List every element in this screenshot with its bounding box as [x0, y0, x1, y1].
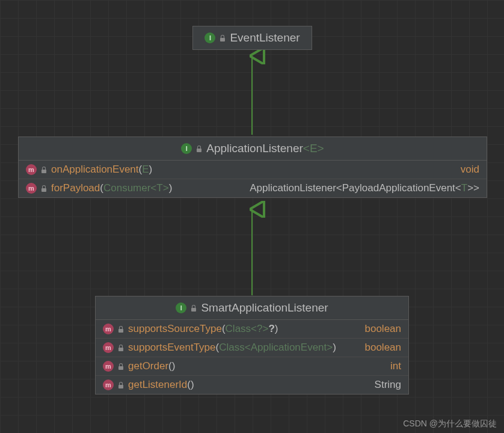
- class-node-eventlistener[interactable]: EventListener: [192, 26, 312, 50]
- interface-icon: [181, 143, 192, 154]
- method-signature: forPayload(Consumer<T>): [51, 182, 172, 194]
- interface-icon: [204, 32, 215, 43]
- lock-icon: [40, 185, 48, 192]
- method-row: supportsEventType(Class<ApplicationEvent…: [96, 338, 408, 357]
- method-icon: [103, 342, 114, 353]
- class-node-applicationlistener[interactable]: ApplicationListener<E> onApplicationEven…: [18, 137, 487, 198]
- method-row: getListenerId() String: [96, 375, 408, 394]
- class-header: EventListener: [193, 26, 312, 49]
- return-type: void: [461, 164, 479, 176]
- interface-icon: [176, 302, 186, 313]
- method-signature: supportsSourceType(Class<?>?): [128, 323, 278, 335]
- method-icon: [103, 379, 114, 390]
- lock-icon: [195, 145, 203, 152]
- method-row: onApplicationEvent(E) void: [19, 161, 487, 179]
- method-icon: [103, 324, 114, 334]
- lock-icon: [190, 304, 197, 312]
- lock-icon: [117, 325, 124, 333]
- lock-icon: [117, 381, 124, 388]
- return-type: String: [375, 379, 401, 391]
- method-row: getOrder() int: [96, 357, 408, 375]
- class-title: EventListener: [230, 31, 300, 45]
- watermark: CSDN @为什么要做囚徒: [403, 419, 497, 429]
- methods-list: onApplicationEvent(E) void forPayload(Co…: [19, 161, 487, 197]
- lock-icon: [117, 344, 124, 351]
- method-icon: [103, 361, 114, 372]
- method-signature: getListenerId(): [128, 379, 194, 391]
- return-type: boolean: [364, 323, 401, 335]
- return-type: boolean: [364, 342, 401, 354]
- lock-icon: [40, 166, 48, 173]
- class-title: ApplicationListener<E>: [206, 142, 324, 155]
- method-row: supportsSourceType(Class<?>?) boolean: [96, 320, 408, 338]
- methods-list: supportsSourceType(Class<?>?) boolean su…: [96, 320, 408, 394]
- method-icon: [26, 164, 37, 175]
- return-type: ApplicationListener<PayloadApplicationEv…: [250, 182, 479, 194]
- lock-icon: [219, 34, 226, 41]
- class-node-smartapplicationlistener[interactable]: SmartApplicationListener supportsSourceT…: [95, 296, 409, 395]
- method-signature: supportsEventType(Class<ApplicationEvent…: [128, 342, 336, 354]
- lock-icon: [117, 363, 124, 370]
- class-title: SmartApplicationListener: [201, 301, 328, 315]
- method-signature: getOrder(): [128, 360, 175, 372]
- method-row: forPayload(Consumer<T>) ApplicationListe…: [19, 179, 487, 197]
- class-header: SmartApplicationListener: [96, 296, 408, 320]
- method-icon: [26, 183, 37, 194]
- method-signature: onApplicationEvent(E): [51, 164, 152, 176]
- class-header: ApplicationListener<E>: [19, 137, 487, 161]
- return-type: int: [390, 360, 401, 372]
